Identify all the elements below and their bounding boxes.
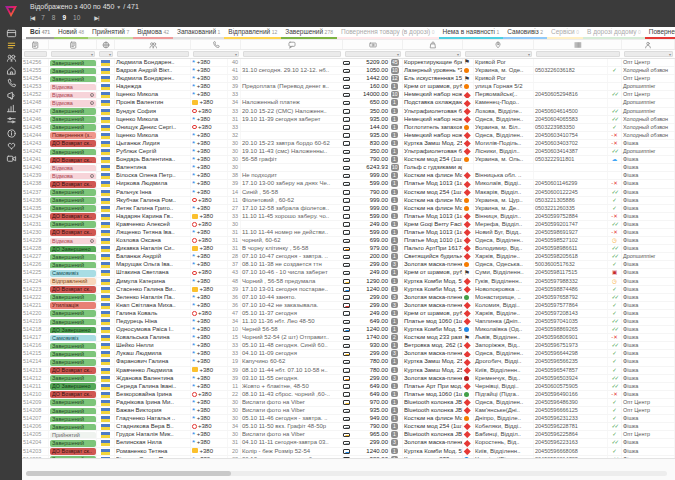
table-row[interactable]: 514217СамовивізКовальська Галина*+38015Ч… bbox=[22, 334, 675, 342]
shown-range[interactable]: Відображено з 400 по 450 ▼ / 471 bbox=[30, 3, 139, 10]
tab-прийнятий[interactable]: Прийнятий7 bbox=[88, 27, 133, 39]
filter-input[interactable]: ▾ bbox=[405, 51, 461, 57]
table-row[interactable]: 514252ВідмоваiІщенко Микола*+3803314000.… bbox=[22, 91, 675, 99]
tab-в-дорозі-додому[interactable]: В дорозі додому0 bbox=[583, 27, 645, 39]
filter-input[interactable]: ▾ bbox=[345, 51, 401, 57]
table-row[interactable]: 514247ЗавершенийБундук София+3803320.10 … bbox=[22, 108, 675, 116]
table-row[interactable]: 514211ДО ЗавершеноСереда Галина Івані..*… bbox=[22, 383, 675, 391]
table-row[interactable]: 514203ДО Возврат ск..Романенко Тетяна+38… bbox=[22, 448, 675, 456]
table-row[interactable]: 514239ВідмоваiБілоска Олена Петр..*+3803… bbox=[22, 172, 675, 180]
tab-всі[interactable]: Всі471 bbox=[26, 27, 54, 39]
tab-новий[interactable]: Новий48 bbox=[54, 27, 88, 39]
sidebar-item-stats[interactable] bbox=[0, 102, 22, 115]
form-column-icon[interactable] bbox=[22, 40, 49, 49]
table-row[interactable]: 514225СамовивізШтакина Светлана+3804307.… bbox=[22, 269, 675, 277]
table-row[interactable]: 514231ЗавершенийКравченко Алексей+380302… bbox=[22, 221, 675, 229]
table-row[interactable]: 514227ЗавершенийБаланюк Андрій*+3802807.… bbox=[22, 253, 675, 261]
page-number[interactable]: 10 bbox=[73, 14, 80, 21]
table-row[interactable]: 514213ДО Возврат ск..Кравченко Людмила+3… bbox=[22, 367, 675, 375]
phone-column-icon[interactable] bbox=[191, 40, 241, 49]
sidebar-item-office[interactable] bbox=[0, 65, 22, 78]
table-row[interactable]: 514224ВідправленийДимула Катерина*+38048… bbox=[22, 278, 675, 286]
tab-самовивіз[interactable]: Самовивіз2 bbox=[503, 27, 547, 39]
tab-завершений[interactable]: Завершений278 bbox=[281, 27, 337, 39]
table-row[interactable]: 514254ЗавершенийЛюдмила Бондарен..*+3803… bbox=[22, 75, 675, 83]
scan-column-icon[interactable] bbox=[534, 40, 622, 49]
first-page-icon[interactable]: |◀ bbox=[30, 14, 34, 21]
table-row[interactable]: 514216ЗавершенийШейко Нелли*+3803305.10 … bbox=[22, 342, 675, 350]
tab-сервіси[interactable]: Сервіси0 bbox=[547, 27, 583, 39]
chat-column-icon[interactable] bbox=[241, 40, 343, 49]
table-row[interactable]: 514244Повернення (з..Іщенко Микола*+3803… bbox=[22, 132, 675, 140]
sidebar-item-calls[interactable] bbox=[0, 77, 22, 90]
table-row[interactable]: 514243ДО Возврат ск..Цыганюк Лидия*+3803… bbox=[22, 140, 675, 148]
table-row[interactable]: 514218ДО ЗавершеноОдносумова Раіса І..*+… bbox=[22, 326, 675, 334]
table-row[interactable]: 514204ЗавершенийБелинская Нила*+3803104.… bbox=[22, 439, 675, 447]
table-row[interactable]: 514245ЗавершенийОнищук Денис Сергі..+380… bbox=[22, 124, 675, 132]
table-row[interactable]: 514205ПрийнятийГрудок Наталія Мик..*+380… bbox=[22, 431, 675, 439]
table-row[interactable]: 514238ДО Возврат ск..Ниркова Людмила*+38… bbox=[22, 180, 675, 188]
table-row[interactable]: 514248ВідмоваiПронів Валентин+38034Налож… bbox=[22, 99, 675, 107]
sidebar-item-orders[interactable] bbox=[0, 40, 22, 53]
bag-column-icon[interactable] bbox=[403, 40, 463, 49]
sidebar-item-partners[interactable] bbox=[0, 140, 22, 153]
scrollbar-thumb[interactable] bbox=[26, 471, 231, 476]
info-icon[interactable]: i bbox=[90, 93, 95, 98]
sidebar-item-clients[interactable] bbox=[0, 52, 22, 65]
table-row[interactable]: 514241ДО Возврат ск..Бондарь Валентина..… bbox=[22, 156, 675, 164]
table-row[interactable]: 514253ВідмоваНадежда*+38039Предоплата (П… bbox=[22, 83, 675, 91]
info-icon[interactable]: i bbox=[90, 101, 95, 106]
table-row[interactable]: 514228ДО ЗавершеноДикавка Наталія Си..+3… bbox=[22, 245, 675, 253]
filter-input[interactable] bbox=[117, 51, 189, 57]
table-row[interactable]: 514230ДО Возврат ск..Лященко Тетяна Іва.… bbox=[22, 229, 675, 237]
table-row[interactable]: 514226ЗавершенийМарущак Ольга Іва..*+380… bbox=[22, 261, 675, 269]
table-row[interactable]: 514214ЗавершенийФаранович Галина*+38019К… bbox=[22, 358, 675, 366]
filter-input[interactable]: ▾ bbox=[465, 51, 532, 57]
page-number[interactable]: 8 bbox=[52, 14, 56, 21]
sidebar-item-video[interactable] bbox=[0, 152, 22, 165]
horizontal-scrollbar[interactable] bbox=[26, 471, 667, 476]
filter-input[interactable]: ▾ bbox=[99, 51, 113, 57]
filter-input[interactable] bbox=[24, 51, 47, 57]
table-row[interactable]: 514240ВідмоваВалентина*+380306243.9310Го… bbox=[22, 164, 675, 172]
table-row[interactable]: 514236ЗавершенийЯкубчак Галина Ром..+380… bbox=[22, 197, 675, 205]
info-icon[interactable]: i bbox=[90, 174, 95, 179]
tab-запакований[interactable]: Запакований1 bbox=[173, 27, 224, 39]
table-row[interactable]: 514229ВідмоваiКозлова Оксана+38031чорний… bbox=[22, 237, 675, 245]
table-row[interactable]: 514220ЗавершенийГалина Коваль+3804705.10… bbox=[22, 310, 675, 318]
filter-input[interactable] bbox=[243, 51, 341, 57]
people-column-icon[interactable] bbox=[115, 40, 191, 49]
filter-input[interactable]: ▾ bbox=[624, 51, 673, 57]
sidebar-item-info[interactable] bbox=[0, 127, 22, 140]
table-row[interactable]: 514222ЗавершенийЗеленко Наталія Па..*+38… bbox=[22, 294, 675, 302]
table-row[interactable]: 514256ЗавершенийЛюдмила Бондарен..*+3804… bbox=[22, 59, 675, 67]
filter-input[interactable] bbox=[536, 51, 620, 57]
table-row[interactable]: 514219ЗавершенийПедурець Ніна*+3803411.1… bbox=[22, 318, 675, 326]
form-column-icon[interactable] bbox=[49, 40, 97, 49]
page-number[interactable]: 7 bbox=[41, 14, 45, 21]
table-row[interactable]: 514209ЗавершенийРаднікова Ірина Ми..*+38… bbox=[22, 399, 675, 407]
table-row[interactable]: 514246ЗавершенийІщенко Микола*+3803119.1… bbox=[22, 116, 675, 124]
tab-нема-в-наявності[interactable]: Нема в наявності1 bbox=[439, 27, 504, 39]
table-row[interactable]: 514207ЗавершенийГладченко Наталья ..*+38… bbox=[22, 415, 675, 423]
table-row[interactable]: 514221УтилізаціяКнап Світлана Миха..*+38… bbox=[22, 302, 675, 310]
share-column-icon[interactable] bbox=[622, 40, 675, 49]
table-row[interactable]: 514208ЗавершенийБажан Виктория*+38030Вис… bbox=[22, 407, 675, 415]
tab-повернення-товару-в-дорозі-[interactable]: Повернення товару (в дорозі)0 bbox=[337, 27, 439, 39]
filter-input[interactable]: ▾ bbox=[51, 51, 95, 57]
table-row[interactable]: 514206ЗавершенийСтадникова Вера В..+3803… bbox=[22, 423, 675, 431]
globe-column-icon[interactable] bbox=[97, 40, 115, 49]
tab-відмова[interactable]: Відмова42 bbox=[133, 27, 173, 39]
tab-відправлений[interactable]: Відправлений12 bbox=[224, 27, 281, 39]
money-column-icon[interactable] bbox=[343, 40, 403, 49]
table-row[interactable]: 514234ДО Возврат ск..Надарян Карина Гв..… bbox=[22, 213, 675, 221]
sidebar-item-dashboard[interactable] bbox=[0, 27, 22, 40]
table-row[interactable]: 514212ЗавершенийЖданова Валентина*+38039… bbox=[22, 375, 675, 383]
page-number[interactable]: 9 bbox=[62, 14, 66, 21]
pin-column-icon[interactable] bbox=[463, 40, 534, 49]
sidebar-item-marketing[interactable] bbox=[0, 90, 22, 103]
table-row[interactable]: 514215ЗавершенийЛукаш Людмила*+3803304.1… bbox=[22, 350, 675, 358]
sidebar-item-settings[interactable] bbox=[0, 115, 22, 128]
tab-повернення-[interactable]: Повернення ( bbox=[645, 27, 675, 39]
table-row[interactable]: 514235ЗавершенийЛетяк Галина Григо..*+38… bbox=[22, 205, 675, 213]
